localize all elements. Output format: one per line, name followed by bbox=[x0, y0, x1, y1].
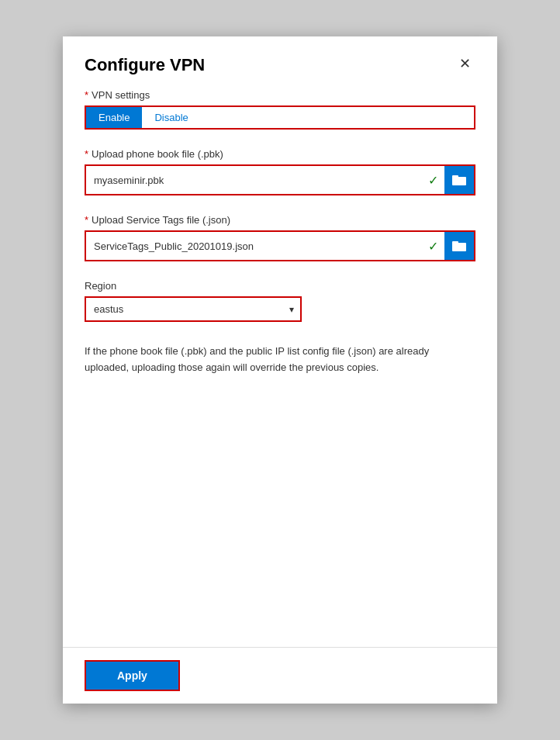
region-select-wrapper: eastus westus eastus2 westus2 centralus … bbox=[85, 296, 302, 322]
dialog-title: Configure VPN bbox=[85, 55, 205, 75]
apply-button[interactable]: Apply bbox=[85, 660, 180, 691]
service-tags-label: * Upload Service Tags file (.json) bbox=[85, 214, 475, 226]
service-tags-group: * Upload Service Tags file (.json) ✓ bbox=[85, 214, 475, 261]
phone-book-browse-button[interactable] bbox=[444, 166, 474, 194]
vpn-settings-label-text: VPN settings bbox=[92, 89, 150, 101]
region-label-text: Region bbox=[85, 280, 116, 292]
phone-book-label-text: Upload phone book file (.pbk) bbox=[92, 148, 223, 160]
dialog-body: * VPN settings Enable Disable * Upload p… bbox=[63, 81, 497, 647]
required-star: * bbox=[85, 89, 88, 101]
close-button[interactable]: ✕ bbox=[455, 55, 475, 72]
dialog-footer: Apply bbox=[63, 647, 497, 704]
svg-rect-1 bbox=[452, 175, 458, 178]
vpn-settings-group: * VPN settings Enable Disable bbox=[85, 89, 475, 130]
vpn-toggle-group: Enable Disable bbox=[85, 105, 475, 130]
dialog-header: Configure VPN ✕ bbox=[63, 36, 497, 81]
phone-book-group: * Upload phone book file (.pbk) ✓ bbox=[85, 148, 475, 195]
folder-icon bbox=[452, 174, 466, 186]
phone-book-label: * Upload phone book file (.pbk) bbox=[85, 148, 475, 160]
region-select[interactable]: eastus westus eastus2 westus2 centralus bbox=[85, 296, 302, 322]
service-tags-label-text: Upload Service Tags file (.json) bbox=[92, 214, 230, 226]
configure-vpn-dialog: Configure VPN ✕ * VPN settings Enable Di… bbox=[63, 36, 497, 704]
phone-book-check: ✓ bbox=[422, 173, 444, 188]
required-star-2: * bbox=[85, 148, 88, 160]
vpn-settings-label: * VPN settings bbox=[85, 89, 475, 101]
region-group: Region eastus westus eastus2 westus2 cen… bbox=[85, 280, 475, 322]
svg-rect-3 bbox=[452, 241, 458, 244]
service-tags-check: ✓ bbox=[422, 239, 444, 254]
phone-book-input[interactable] bbox=[86, 169, 422, 192]
enable-button[interactable]: Enable bbox=[86, 107, 142, 128]
folder-icon-2 bbox=[452, 240, 466, 252]
service-tags-input[interactable] bbox=[86, 235, 422, 258]
service-tags-input-row: ✓ bbox=[85, 230, 475, 261]
phone-book-input-row: ✓ bbox=[85, 164, 475, 195]
disable-button[interactable]: Disable bbox=[142, 107, 200, 128]
required-star-3: * bbox=[85, 214, 88, 226]
info-text: If the phone book file (.pbk) and the pu… bbox=[85, 344, 475, 376]
service-tags-browse-button[interactable] bbox=[444, 232, 474, 260]
region-label: Region bbox=[85, 280, 475, 292]
